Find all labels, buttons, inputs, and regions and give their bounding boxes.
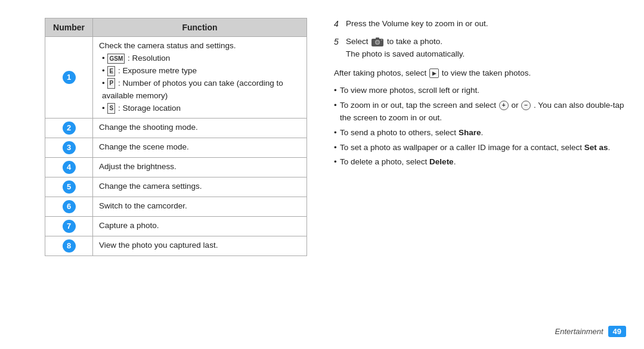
footer: Entertainment 49: [555, 326, 626, 337]
row-func-6: Switch to the camcorder.: [93, 197, 307, 216]
step-num-5: 5: [334, 36, 342, 49]
col-number: Number: [45, 18, 93, 37]
resolution-icon: GSM: [107, 54, 125, 64]
row-number-7: 7: [63, 220, 76, 233]
right-panel: 4 Press the Volume key to zoom in or out…: [316, 0, 644, 349]
step-5: 5 Select to take a photo. The photo is s…: [334, 36, 626, 61]
row-number-1: 1: [63, 71, 76, 84]
step-4: 4 Press the Volume key to zoom in or out…: [334, 18, 626, 31]
row-number-6: 6: [63, 200, 76, 213]
step-text-4: Press the Volume key to zoom in or out.: [346, 18, 626, 30]
footer-label: Entertainment: [555, 327, 603, 336]
row-func-2: Change the shooting mode.: [93, 118, 307, 138]
row-number-4: 4: [63, 161, 76, 174]
bullet-1: To view more photos, scroll left or righ…: [334, 84, 626, 97]
row-func-5: Change the camera settings.: [93, 177, 307, 197]
step-text-5: Select to take a photo. The photo is sav…: [346, 36, 626, 61]
bullet-4: To set a photo as wallpaper or a caller …: [334, 141, 626, 154]
row-number-2: 2: [63, 121, 76, 135]
camera-icon: [371, 37, 383, 46]
table-row: 1 Check the camera status and settings. …: [45, 37, 307, 119]
table-row: 4 Adjust the brightness.: [45, 157, 307, 177]
col-function: Function: [93, 18, 307, 37]
bullet-list: To view more photos, scroll left or righ…: [334, 84, 626, 169]
zoom-out-icon: −: [521, 101, 531, 110]
row-func-7: Capture a photo.: [93, 216, 307, 236]
footer-page: 49: [608, 326, 626, 337]
table-row: 8 View the photo you captured last.: [45, 236, 307, 255]
svg-point-2: [376, 41, 379, 44]
row-func-1: Check the camera status and settings. GS…: [93, 37, 307, 119]
table-row: 3 Change the scene mode.: [45, 138, 307, 157]
table-row: 2 Change the shooting mode.: [45, 118, 307, 138]
exposure-icon: E: [107, 66, 115, 77]
photos-icon: P: [107, 78, 115, 89]
left-panel: Number Function 1 Check the camera statu…: [0, 0, 316, 349]
svg-rect-3: [376, 38, 379, 39]
svg-point-4: [381, 39, 382, 40]
bullet-5: To delete a photo, select Delete.: [334, 155, 626, 169]
storage-icon: S: [107, 103, 115, 114]
table-row: 7 Capture a photo.: [45, 216, 307, 236]
row-func-3: Change the scene mode.: [93, 138, 307, 157]
after-section: After taking photos, select ▶ to view th…: [334, 67, 626, 80]
row-func-8: View the photo you captured last.: [93, 236, 307, 255]
play-icon: ▶: [429, 68, 439, 78]
bullet-2: To zoom in or out, tap the screen and se…: [334, 99, 626, 124]
table-row: 5 Change the camera settings.: [45, 177, 307, 197]
step-num-4: 4: [334, 18, 342, 31]
row-func-4: Adjust the brightness.: [93, 157, 307, 177]
camera-table: Number Function 1 Check the camera statu…: [45, 18, 307, 256]
row-number-3: 3: [63, 141, 76, 154]
row-number-8: 8: [63, 239, 76, 253]
row-number-5: 5: [63, 180, 76, 194]
bullet-3: To send a photo to others, select Share.: [334, 126, 626, 139]
table-row: 6 Switch to the camcorder.: [45, 197, 307, 216]
zoom-in-icon: +: [499, 101, 509, 110]
